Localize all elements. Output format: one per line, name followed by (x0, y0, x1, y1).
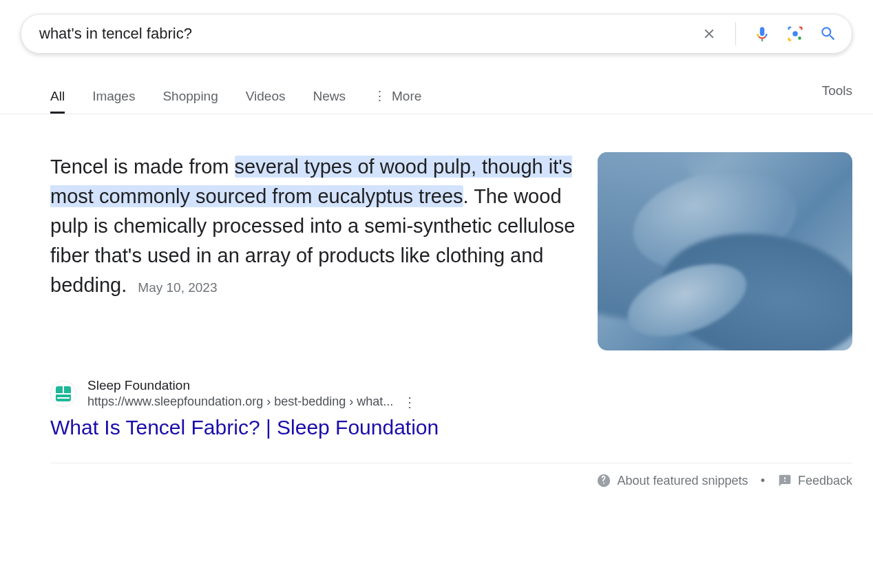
featured-snippet-text: Tencel is made from several types of woo… (50, 152, 577, 350)
source-url: https://www.sleepfoundation.org › best-b… (87, 395, 393, 409)
tab-shopping[interactable]: Shopping (162, 78, 218, 114)
info-icon (596, 473, 611, 488)
feedback-icon (777, 473, 792, 488)
tab-label: Videos (246, 89, 286, 104)
result-title-link[interactable]: What Is Tencel Fabric? | Sleep Foundatio… (50, 416, 852, 439)
search-bar (21, 14, 852, 54)
tab-news[interactable]: News (313, 78, 346, 114)
search-icon[interactable] (819, 24, 838, 43)
tools-button[interactable]: Tools (822, 83, 852, 108)
tab-label: Images (92, 89, 135, 104)
svg-point-1 (798, 36, 801, 40)
tab-label: Shopping (162, 89, 218, 104)
tab-all[interactable]: All (50, 78, 65, 114)
clear-icon[interactable] (700, 24, 719, 43)
tabs: All Images Shopping Videos News ⋮ More (50, 77, 421, 114)
tab-more[interactable]: ⋮ More (373, 77, 421, 114)
snippet-pre: Tencel is made from (50, 156, 235, 178)
tab-videos[interactable]: Videos (246, 78, 286, 114)
about-label: About featured snippets (617, 474, 748, 488)
feedback-label: Feedback (798, 474, 852, 488)
tab-label: More (392, 89, 421, 104)
separator-dot: • (761, 474, 765, 488)
featured-snippet-image[interactable] (598, 152, 852, 350)
source-favicon (50, 381, 76, 407)
about-snippets-link[interactable]: About featured snippets (596, 473, 748, 488)
separator (735, 22, 736, 45)
more-dots-icon: ⋮ (373, 88, 388, 104)
snippet-date: May 10, 2023 (138, 280, 217, 295)
tab-label: All (50, 89, 65, 104)
feedback-link[interactable]: Feedback (777, 473, 852, 488)
mic-icon[interactable] (753, 24, 772, 43)
tab-images[interactable]: Images (92, 78, 135, 114)
lens-icon[interactable] (786, 24, 805, 43)
search-input[interactable] (39, 25, 700, 43)
svg-point-0 (792, 31, 797, 36)
tab-label: News (313, 89, 346, 104)
source-site-name: Sleep Foundation (87, 378, 417, 393)
more-options-icon[interactable]: ⋮ (403, 395, 417, 409)
